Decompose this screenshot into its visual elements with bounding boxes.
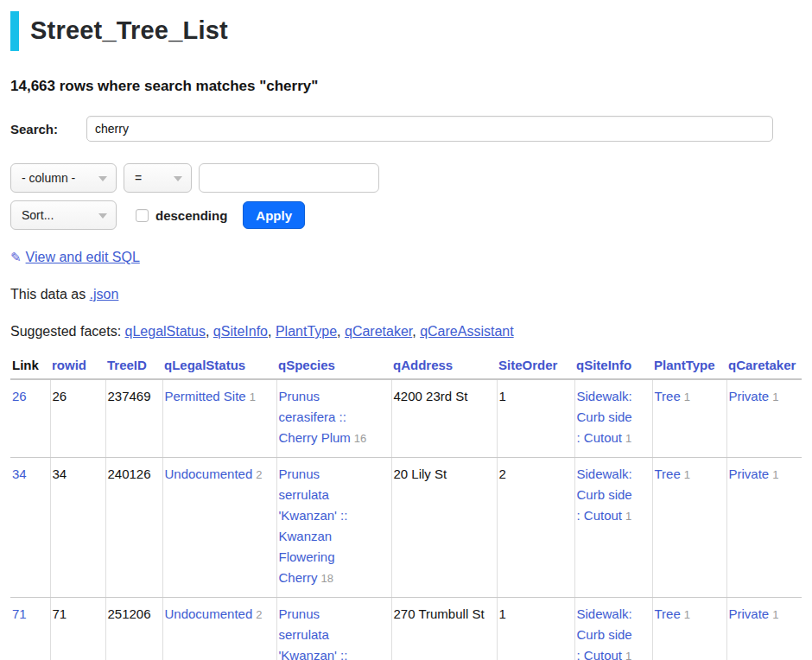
operator-select[interactable]: = <box>124 163 192 193</box>
facets-prefix: Suggested facets: <box>10 324 121 339</box>
facet-count: 2 <box>256 468 262 481</box>
facet-separator: , <box>268 324 271 339</box>
facet-count: 1 <box>772 608 778 621</box>
facet-count: 1 <box>250 390 256 403</box>
chevron-down-icon <box>174 176 182 181</box>
json-link[interactable]: .json <box>90 287 119 301</box>
cell-rowid: 71 <box>50 598 105 660</box>
title-bar: Street_Tree_List <box>10 11 802 51</box>
column-header-siteorder[interactable]: SiteOrder <box>497 358 574 379</box>
descending-checkbox[interactable] <box>136 209 149 222</box>
data-as-prefix: This data as <box>10 287 86 301</box>
facet-link-qlegalstatus[interactable]: qLegalStatus <box>125 324 206 339</box>
column-header-qaddress[interactable]: qAddress <box>391 358 497 379</box>
row-link[interactable]: 34 <box>12 466 27 481</box>
cell-legal-status-link[interactable]: Undocumented <box>165 466 253 481</box>
cell-legal-status-link[interactable]: Undocumented <box>165 606 253 621</box>
cell-site-order: 1 <box>497 379 574 458</box>
cell-site-order: 1 <box>497 598 574 660</box>
column-select[interactable]: - column - <box>10 163 117 193</box>
view-edit-sql-link[interactable]: View and edit SQL <box>26 250 140 264</box>
facet-count: 1 <box>772 390 778 403</box>
search-label: Search: <box>10 122 86 136</box>
row-link[interactable]: 71 <box>12 606 27 621</box>
row-link[interactable]: 26 <box>12 389 27 403</box>
cell-caretaker-link[interactable]: Private <box>729 389 770 403</box>
facet-count: 16 <box>354 432 366 445</box>
column-header-treeid[interactable]: TreeID <box>105 358 162 379</box>
table-row: 71 71 251206 Undocumented2 Prunus serrul… <box>10 598 802 660</box>
cell-treeid: 240126 <box>105 458 162 598</box>
cell-site-info-link[interactable]: Sidewalk: Curb side : Cutout <box>577 389 632 445</box>
cell-species-link[interactable]: Prunus cerasifera :: Cherry Plum <box>279 389 351 445</box>
column-header-qlegalstatus[interactable]: qLegalStatus <box>162 358 276 379</box>
cell-caretaker-link[interactable]: Private <box>729 606 770 621</box>
sql-link-row: ✎View and edit SQL <box>10 250 802 265</box>
cell-site-info-link[interactable]: Sidewalk: Curb side : Cutout <box>577 606 632 660</box>
cell-site-order: 2 <box>497 458 574 598</box>
cell-rowid: 34 <box>50 458 105 598</box>
cell-rowid: 26 <box>50 379 105 458</box>
filter-row: - column - = <box>10 163 802 193</box>
column-header-qsiteinfo[interactable]: qSiteInfo <box>574 358 652 379</box>
operator-select-value: = <box>135 171 142 185</box>
results-table: Link rowid TreeID qLegalStatus qSpecies … <box>10 358 802 660</box>
column-select-value: - column - <box>22 171 75 185</box>
facet-count: 1 <box>625 510 631 523</box>
descending-label: descending <box>155 208 227 223</box>
facet-count: 1 <box>684 608 690 621</box>
facet-link-planttype[interactable]: PlantType <box>276 324 337 339</box>
facet-count: 18 <box>321 572 333 585</box>
cell-address: 20 Lily St <box>391 458 497 598</box>
facet-separator: , <box>337 324 340 339</box>
column-header-qspecies[interactable]: qSpecies <box>276 358 391 379</box>
cell-legal-status-link[interactable]: Permitted Site <box>165 389 246 403</box>
pencil-icon: ✎ <box>10 250 22 264</box>
facet-link-qsiteinfo[interactable]: qSiteInfo <box>213 324 268 339</box>
cell-plant-type-link[interactable]: Tree <box>655 466 681 481</box>
apply-button[interactable]: Apply <box>243 201 305 229</box>
cell-plant-type-link[interactable]: Tree <box>655 606 681 621</box>
facet-link-qcareassistant[interactable]: qCareAssistant <box>420 324 514 339</box>
column-header-planttype[interactable]: PlantType <box>652 358 726 379</box>
data-as-row: This data as .json <box>10 287 802 302</box>
facet-separator: , <box>412 324 416 339</box>
column-header-link: Link <box>10 358 50 379</box>
sort-select[interactable]: Sort... <box>10 200 117 230</box>
chevron-down-icon <box>98 213 107 219</box>
cell-address: 4200 23rd St <box>391 379 497 458</box>
cell-species-link[interactable]: Prunus serrulata 'Kwanzan' :: Kwanzan Fl… <box>279 466 348 585</box>
table-row: 26 26 237469 Permitted Site1 Prunus cera… <box>10 379 802 458</box>
chevron-down-icon <box>98 176 107 181</box>
cell-plant-type-link[interactable]: Tree <box>655 389 681 403</box>
page-title: Street_Tree_List <box>30 11 228 51</box>
facet-count: 1 <box>684 468 690 481</box>
facet-separator: , <box>206 324 209 339</box>
cell-caretaker-link[interactable]: Private <box>729 466 770 481</box>
table-header-row: Link rowid TreeID qLegalStatus qSpecies … <box>10 358 802 379</box>
suggested-facets-row: Suggested facets: qLegalStatus, qSiteInf… <box>10 324 802 340</box>
search-form: Search: <box>10 116 802 142</box>
table-row: 34 34 240126 Undocumented2 Prunus serrul… <box>10 458 802 598</box>
cell-species-link[interactable]: Prunus serrulata 'Kwanzan' :: Kwanzan Fl… <box>279 606 348 660</box>
facet-count: 1 <box>684 390 690 403</box>
sort-select-value: Sort... <box>22 208 54 222</box>
facet-link-qcaretaker[interactable]: qCaretaker <box>345 324 412 339</box>
cell-address: 270 Trumbull St <box>391 598 497 660</box>
cell-treeid: 237469 <box>105 379 162 458</box>
sort-row: Sort... descending Apply <box>10 200 802 230</box>
cell-site-info-link[interactable]: Sidewalk: Curb side : Cutout <box>577 466 632 523</box>
facet-count: 1 <box>625 432 631 445</box>
facet-count: 1 <box>772 468 778 481</box>
facet-count: 1 <box>625 650 631 660</box>
search-input[interactable] <box>86 116 773 142</box>
column-header-rowid[interactable]: rowid <box>50 358 105 379</box>
cell-treeid: 251206 <box>105 598 162 660</box>
accent-bar <box>10 11 19 51</box>
filter-value-input[interactable] <box>199 163 379 193</box>
facet-count: 2 <box>256 608 262 621</box>
column-header-qcaretaker[interactable]: qCaretaker <box>726 358 802 379</box>
row-count-heading: 14,663 rows where search matches "cherry… <box>10 78 802 95</box>
